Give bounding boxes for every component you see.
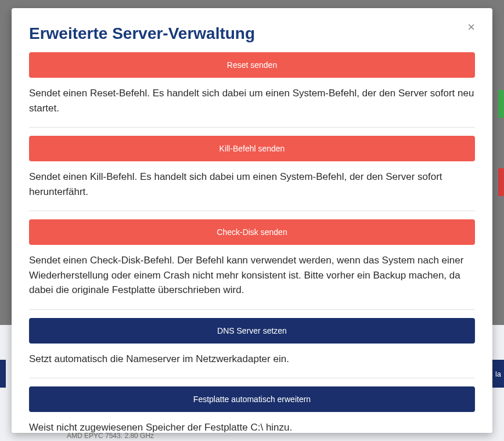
dns-set-button[interactable]: DNS Server setzen xyxy=(29,318,475,344)
action-section-kill: Kill-Befehl senden Sendet einen Kill-Bef… xyxy=(29,136,475,211)
backdrop-blue-button-edge-left xyxy=(0,360,6,388)
disk-extend-description: Weist nicht zugewiesenen Speicher der Fe… xyxy=(29,420,475,433)
action-section-reset: Reset senden Sendet einen Reset-Befehl. … xyxy=(29,52,475,128)
reset-description: Sendet einen Reset-Befehl. Es handelt si… xyxy=(29,86,475,115)
checkdisk-send-button[interactable]: Check-Disk senden xyxy=(29,219,475,245)
checkdisk-description: Sendet einen Check-Disk-Befehl. Der Befe… xyxy=(29,253,475,298)
dns-description: Setzt automatisch die Nameserver im Netz… xyxy=(29,352,475,367)
action-section-disk-extend: Festplatte automatisch erweitern Weist n… xyxy=(29,386,475,433)
action-section-checkdisk: Check-Disk senden Sendet einen Check-Dis… xyxy=(29,219,475,310)
close-button[interactable]: × xyxy=(467,21,475,34)
kill-send-button[interactable]: Kill-Befehl senden xyxy=(29,136,475,161)
modal-title: Erweiterte Server-Verwaltung xyxy=(29,24,255,43)
modal-header: Erweiterte Server-Verwaltung × xyxy=(29,24,475,43)
backdrop-blue-button-edge-right: la xyxy=(492,360,504,388)
backdrop-cpu-label: AMD EPYC 7543. 2.80 GHz xyxy=(67,432,154,440)
reset-send-button[interactable]: Reset senden xyxy=(29,52,475,78)
backdrop-green-button-edge xyxy=(498,90,504,118)
close-icon: × xyxy=(467,20,475,34)
kill-description: Sendet einen Kill-Befehl. Es handelt sic… xyxy=(29,169,475,199)
disk-extend-button[interactable]: Festplatte automatisch erweitern xyxy=(29,386,475,412)
action-section-dns: DNS Server setzen Setzt automatisch die … xyxy=(29,318,475,379)
backdrop-red-button-edge xyxy=(498,168,504,196)
advanced-server-management-modal: Erweiterte Server-Verwaltung × Reset sen… xyxy=(12,8,492,433)
